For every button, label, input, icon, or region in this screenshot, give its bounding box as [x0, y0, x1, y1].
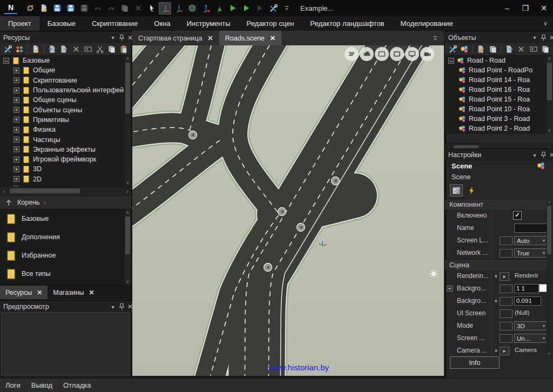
doc-export-button[interactable] [59, 44, 69, 55]
tree-expander[interactable]: + [14, 137, 19, 143]
move-tool-button[interactable] [159, 2, 171, 15]
menu-item-8[interactable]: Моделирование [393, 16, 461, 31]
property-expander[interactable]: + [447, 286, 453, 292]
menu-item-7[interactable]: Редактор ландшафтов [302, 16, 392, 31]
panel-tab-ресурсы[interactable]: Ресурсы✕ [0, 286, 48, 299]
folder-item[interactable]: Базовые [0, 209, 131, 228]
chevron-down-icon[interactable]: ▾ [109, 33, 117, 42]
tree-item[interactable]: Road Point 2 - Road [445, 124, 553, 133]
tree-item[interactable]: Road Point 14 - Roa [445, 75, 553, 85]
rotate-tool-button[interactable] [186, 2, 198, 15]
tree-item[interactable]: +Скриптование [0, 76, 131, 85]
display-mode-button[interactable] [345, 47, 359, 61]
close-icon[interactable]: ✕ [548, 151, 553, 159]
delete-button[interactable] [516, 44, 527, 55]
app-logo[interactable]: N [4, 2, 17, 14]
property-number-field[interactable]: 0.091 [514, 296, 541, 306]
objects-tree-scrollbar[interactable]: ∧∨ [545, 56, 553, 134]
close-icon[interactable]: ✕ [207, 34, 213, 42]
folder-item[interactable]: Дополнения [0, 228, 131, 246]
tree-expander[interactable]: + [14, 146, 19, 152]
settings-scrollbar[interactable]: ∧∨ [547, 199, 552, 356]
property-checkbox[interactable]: ✓ [513, 211, 522, 220]
save-all-button[interactable] [78, 2, 90, 15]
restore-button[interactable]: ❐ [516, 0, 535, 16]
doc-edit-button[interactable] [476, 44, 486, 55]
frame-button[interactable] [83, 44, 93, 55]
status-tab-логи[interactable]: Логи [5, 381, 21, 389]
tree-expander[interactable]: + [14, 127, 19, 133]
tree-expander[interactable]: + [14, 157, 19, 163]
select-tool-button[interactable] [145, 2, 158, 15]
property-reference-box[interactable] [500, 309, 512, 318]
tree-expander[interactable]: + [14, 87, 19, 93]
property-expand-button[interactable]: ▸ [500, 347, 509, 355]
pin-icon[interactable] [539, 33, 548, 42]
close-icon[interactable]: ✕ [37, 289, 42, 296]
close-icon[interactable]: ✕ [548, 33, 553, 42]
component-button[interactable] [459, 44, 469, 55]
redo-button[interactable] [105, 2, 117, 15]
camera-button[interactable] [420, 47, 434, 61]
menu-item-4[interactable]: Окна [146, 16, 178, 31]
tree-item[interactable]: Road Point 16 - Roa [445, 85, 553, 94]
delete-button[interactable] [71, 44, 81, 55]
menu-expand-chevron-icon[interactable]: ∨ [538, 16, 553, 31]
tree-item[interactable]: Road Point 3 - Road [445, 114, 553, 124]
sun-icon[interactable] [429, 269, 439, 279]
toolbar-overflow-button[interactable] [280, 2, 293, 15]
menu-item-5[interactable]: Инструменты [179, 16, 239, 31]
tree-item[interactable]: Road Point - RoadPo [445, 65, 553, 75]
delete-button[interactable] [132, 2, 144, 15]
viewport-screen-button[interactable] [375, 47, 389, 61]
resources-tree-scrollbar[interactable]: ∧∨ [124, 56, 131, 186]
tree-expander[interactable]: + [14, 117, 19, 123]
tree-item[interactable]: +Пользовательский интерфейс [0, 85, 131, 95]
scene-canvas[interactable] [132, 45, 444, 376]
up-arrow-icon[interactable] [4, 198, 13, 207]
minimize-button[interactable]: – [498, 0, 516, 16]
tree-item[interactable]: Road Point 10 - Roa [445, 104, 553, 114]
tools-button[interactable] [267, 2, 279, 15]
scale-tool-button[interactable] [199, 2, 212, 15]
doc-star-button[interactable] [30, 44, 41, 55]
tree-item[interactable]: +Общее сцены [0, 95, 131, 105]
tree-item[interactable]: Road Point 15 - Roa [445, 94, 553, 104]
refresh-project-button[interactable] [24, 2, 36, 15]
tree-expander[interactable]: + [14, 77, 19, 83]
property-reference-box[interactable] [500, 297, 512, 306]
tree-item[interactable]: –Road - Road [445, 56, 553, 65]
status-tab-отладка[interactable]: Отладка [63, 381, 91, 389]
property-dropdown[interactable]: Auto▾ [514, 236, 548, 245]
tree-expander[interactable]: + [14, 166, 19, 172]
document-tab[interactable]: Roads.scene✕ [219, 31, 281, 45]
property-reference-box[interactable] [500, 322, 512, 330]
chevron-down-icon[interactable]: ▾ [530, 151, 539, 159]
menu-item-6[interactable]: Редактор сцен [239, 16, 302, 31]
run-build-button[interactable] [253, 2, 266, 15]
property-reference-box[interactable] [500, 285, 512, 293]
doc-export-button[interactable] [504, 44, 514, 55]
close-icon[interactable]: ✕ [270, 34, 275, 42]
duplicate-button[interactable] [118, 2, 131, 15]
menu-item-2[interactable]: Базовые [39, 16, 84, 31]
folder-item[interactable]: Избранное [0, 246, 131, 265]
pin-icon[interactable] [539, 151, 548, 159]
monitor-button[interactable] [405, 47, 419, 61]
property-color-value[interactable]: 1 1 [514, 284, 539, 293]
tab-overflow-icon[interactable] [431, 31, 444, 45]
status-tab-вывод[interactable]: Вывод [31, 381, 52, 389]
tree-item[interactable]: +Частицы [0, 134, 131, 144]
tab-events[interactable] [465, 184, 478, 197]
tree-expander[interactable]: – [448, 58, 454, 64]
weather-button[interactable] [360, 47, 374, 61]
close-icon[interactable]: ✕ [89, 289, 95, 296]
tools-button[interactable] [2, 44, 12, 55]
doc-import-button[interactable] [47, 44, 57, 55]
tree-item[interactable]: +Объекты сцены [0, 105, 131, 114]
chevron-down-icon[interactable]: ▾ [530, 33, 539, 42]
menu-item-1[interactable]: Проект [0, 16, 39, 31]
property-reference-box[interactable] [500, 236, 512, 245]
menu-item-3[interactable]: Скриптование [84, 16, 146, 31]
transform-tool-button[interactable] [213, 2, 225, 15]
